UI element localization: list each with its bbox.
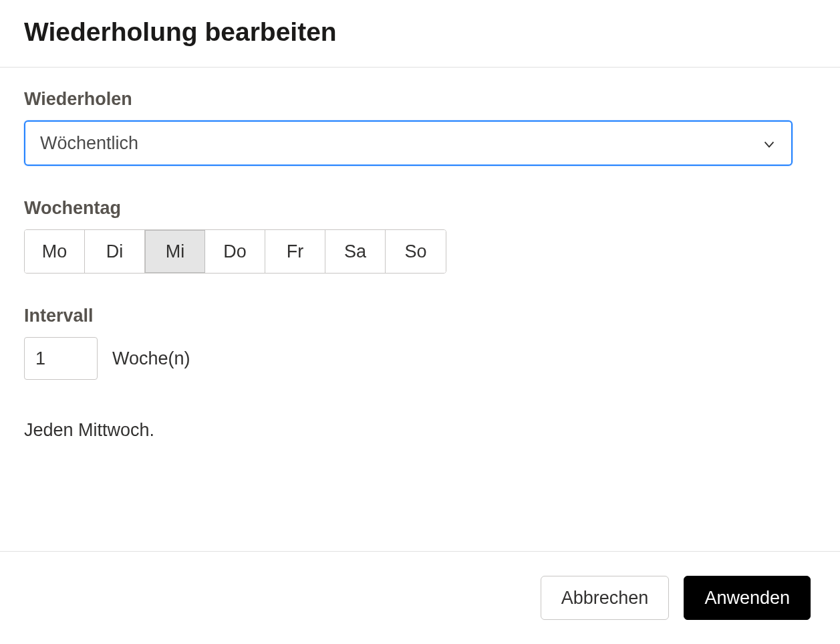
recurrence-summary: Jeden Mittwoch. bbox=[24, 420, 816, 441]
repeat-select[interactable]: Wöchentlich bbox=[24, 120, 793, 166]
recurrence-dialog: Wiederholung bearbeiten Wiederholen Wöch… bbox=[0, 0, 840, 644]
dialog-body[interactable]: Wiederholen Wöchentlich Wochentag Mo Di … bbox=[0, 68, 840, 551]
dialog-body-wrap: Wiederholen Wöchentlich Wochentag Mo Di … bbox=[0, 68, 840, 551]
weekday-label: Wochentag bbox=[24, 198, 816, 219]
cancel-button[interactable]: Abbrechen bbox=[541, 576, 670, 620]
apply-button[interactable]: Anwenden bbox=[684, 576, 811, 620]
dialog-title: Wiederholung bearbeiten bbox=[24, 17, 816, 47]
weekday-do[interactable]: Do bbox=[205, 230, 265, 273]
dialog-header: Wiederholung bearbeiten bbox=[0, 0, 840, 68]
interval-input[interactable] bbox=[24, 337, 98, 380]
weekday-toggle-group: Mo Di Mi Do Fr Sa So bbox=[24, 229, 446, 274]
repeat-label: Wiederholen bbox=[24, 89, 816, 110]
weekday-fr[interactable]: Fr bbox=[265, 230, 325, 273]
chevron-down-icon bbox=[762, 136, 777, 150]
interval-unit: Woche(n) bbox=[112, 348, 190, 369]
interval-field: Intervall Woche(n) bbox=[24, 306, 816, 380]
spacer bbox=[24, 441, 816, 521]
weekday-field: Wochentag Mo Di Mi Do Fr Sa So bbox=[24, 198, 816, 274]
interval-label: Intervall bbox=[24, 306, 816, 326]
weekday-sa[interactable]: Sa bbox=[325, 230, 386, 273]
weekday-so[interactable]: So bbox=[386, 230, 446, 273]
dialog-footer: Abbrechen Anwenden bbox=[0, 551, 840, 644]
repeat-field: Wiederholen Wöchentlich bbox=[24, 89, 816, 166]
interval-row: Woche(n) bbox=[24, 337, 816, 380]
weekday-di[interactable]: Di bbox=[85, 230, 145, 273]
weekday-mo[interactable]: Mo bbox=[25, 230, 85, 273]
repeat-select-value: Wöchentlich bbox=[40, 133, 138, 154]
weekday-mi[interactable]: Mi bbox=[145, 230, 205, 273]
